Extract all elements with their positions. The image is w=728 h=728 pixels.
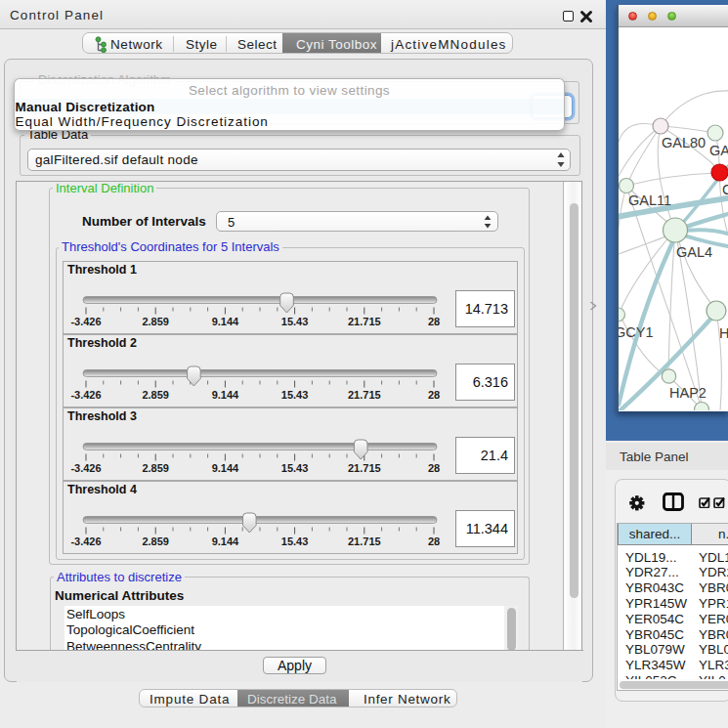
svg-text:28: 28 (428, 315, 440, 326)
svg-text:28: 28 (428, 535, 440, 546)
svg-text:15.43: 15.43 (281, 388, 309, 400)
svg-text:2.859: 2.859 (142, 535, 169, 546)
svg-text:2.859: 2.859 (142, 315, 169, 326)
svg-text:2.859: 2.859 (142, 461, 169, 473)
svg-text:15.43: 15.43 (281, 461, 309, 473)
svg-text:C: C (722, 182, 728, 197)
svg-text:21.715: 21.715 (348, 535, 381, 546)
svg-text:2.859: 2.859 (142, 388, 169, 400)
svg-text:15.43: 15.43 (281, 315, 309, 326)
svg-text:9.144: 9.144 (212, 461, 239, 473)
svg-text:GA: GA (709, 143, 728, 158)
svg-text:28: 28 (428, 388, 440, 400)
svg-text:HAP2: HAP2 (669, 385, 707, 401)
svg-text:GAL11: GAL11 (628, 193, 671, 208)
svg-text:21.715: 21.715 (348, 461, 381, 473)
svg-text:21.715: 21.715 (348, 388, 381, 400)
svg-text:15.43: 15.43 (281, 535, 309, 546)
svg-text:9.144: 9.144 (212, 315, 239, 326)
svg-text:28: 28 (428, 461, 440, 473)
svg-text:GCY1: GCY1 (619, 324, 654, 340)
svg-text:-3.426: -3.426 (70, 535, 101, 546)
svg-text:-3.426: -3.426 (70, 315, 101, 326)
svg-text:GAL80: GAL80 (662, 135, 706, 150)
svg-text:21.715: 21.715 (348, 315, 381, 326)
svg-text:-3.426: -3.426 (70, 461, 101, 473)
svg-text:9.144: 9.144 (212, 535, 239, 546)
svg-text:9.144: 9.144 (212, 388, 239, 400)
svg-text:-3.426: -3.426 (70, 388, 101, 400)
svg-text:H: H (719, 325, 728, 341)
svg-text:GAL4: GAL4 (676, 244, 712, 260)
